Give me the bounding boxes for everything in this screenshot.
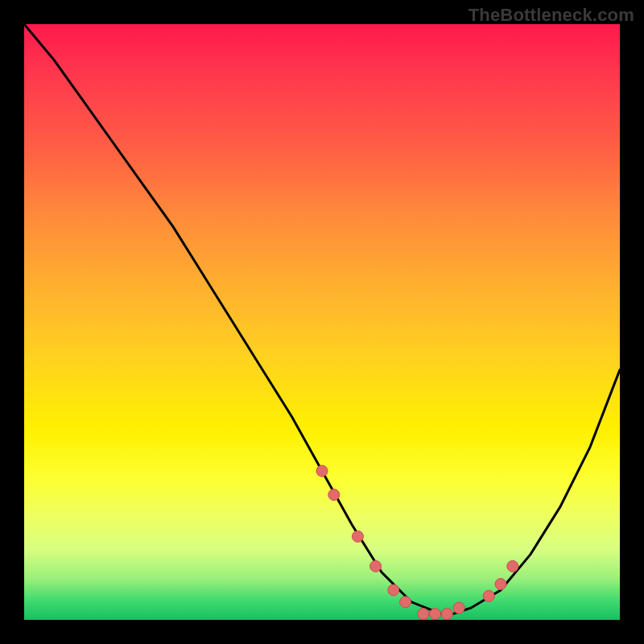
- chart-stage: TheBottleneck.com: [0, 0, 644, 644]
- curve-marker: [352, 530, 363, 542]
- curve-layer: [24, 24, 620, 620]
- gradient-plot-area: [24, 24, 620, 620]
- curve-marker: [483, 590, 494, 601]
- curve-marker: [495, 579, 506, 590]
- curve-marker: [418, 609, 429, 620]
- curve-marker: [453, 602, 464, 613]
- curve-marker: [316, 465, 328, 477]
- curve-marker: [388, 584, 399, 596]
- curve-marker: [441, 609, 452, 620]
- bottleneck-curve: [24, 24, 620, 614]
- attribution-label: TheBottleneck.com: [469, 5, 634, 26]
- curve-marker: [430, 609, 441, 620]
- curve-marker: [400, 597, 411, 608]
- curve-marker: [370, 560, 382, 572]
- curve-marker: [507, 560, 518, 572]
- curve-markers: [316, 465, 518, 620]
- curve-marker: [328, 489, 340, 501]
